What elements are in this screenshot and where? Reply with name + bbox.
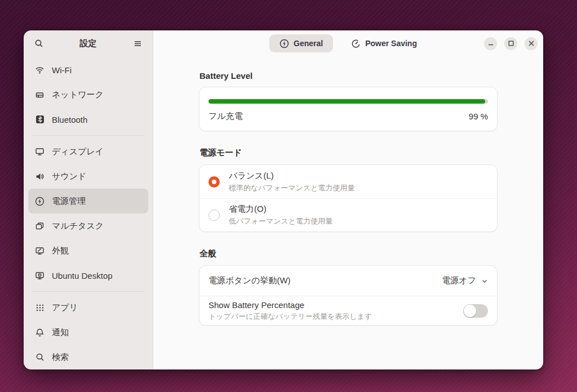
sidebar-item-label: サウンド [52,171,86,182]
sidebar-item-label: ディスプレイ [52,146,104,157]
option-label: バランス(L) [229,171,488,181]
bluetooth-icon [35,115,45,124]
sidebar-item-label: 通知 [52,327,69,338]
sidebar: 設定 Wi-Fi ネットワーク [24,30,153,369]
power-mode-section: 電源モード バランス(L) 標準的なパフォーマンスと電力使用量 省電力(O) [199,148,498,232]
battery-percent-value: 99 % [469,112,488,121]
sidebar-item-bluetooth[interactable]: Bluetooth [28,107,148,132]
settings-window: 設定 Wi-Fi ネットワーク [24,30,543,369]
toggle-knob [464,305,476,317]
sidebar-item-ubuntu-desktop[interactable]: Ubuntu Desktop [28,263,148,288]
wifi-icon [35,65,45,75]
maximize-icon [508,41,514,46]
sidebar-header: 設定 [24,30,153,56]
main-menu-button[interactable] [130,36,145,51]
window-controls [484,30,538,56]
sidebar-item-appearance[interactable]: 外観 [28,238,148,263]
sidebar-item-power[interactable]: 電源管理 [28,189,148,213]
search-icon [35,353,45,362]
battery-progress-track [208,99,488,104]
network-icon [35,90,45,100]
hamburger-menu-icon [134,39,142,48]
appearance-icon [35,246,45,256]
sidebar-item-label: ネットワーク [52,90,104,100]
sidebar-item-label: Ubuntu Desktop [52,271,113,280]
battery-bar-fill [208,99,485,104]
section-title: 全般 [199,248,498,259]
general-card: 電源ボタンの挙動(W) 電源オフ Show Battery Percentage [199,265,498,326]
ubuntu-desktop-icon [35,271,45,280]
power-mode-option-power-saver[interactable]: 省電力(O) 低パフォーマンスと電力使用量 [199,198,497,231]
sidebar-item-label: Bluetooth [52,115,87,124]
search-icon [34,39,43,48]
sidebar-item-label: Wi-Fi [52,65,72,75]
close-icon [529,41,534,46]
view-switcher: General Power Saving [269,34,427,52]
sidebar-item-multitasking[interactable]: マルチタスク [28,213,148,238]
row-label: 電源ボタンの挙動(W) [208,275,442,286]
power-button-behavior-row[interactable]: 電源ボタンの挙動(W) 電源オフ [199,266,497,296]
apps-grid-icon [35,303,45,313]
tab-label: General [294,39,323,48]
maximize-button[interactable] [504,37,517,50]
battery-card: フル充電 99 % [199,87,498,131]
show-battery-percentage-row[interactable]: Show Battery Percentage トップバーに正確なバッテリー残量… [199,296,497,325]
sidebar-item-apps[interactable]: アプリ [28,295,148,320]
minimize-button[interactable] [484,37,497,50]
battery-level-section: Battery Level フル充電 99 % [199,71,498,131]
search-button[interactable] [32,36,46,51]
power-icon [279,39,289,48]
multitask-icon [35,221,45,231]
tab-general[interactable]: General [269,34,333,52]
power-button-behavior-dropdown[interactable]: 電源オフ [442,275,488,286]
battery-percentage-toggle[interactable] [463,304,488,318]
power-mode-option-balanced[interactable]: バランス(L) 標準的なパフォーマンスと電力使用量 [199,165,497,198]
radio-selected[interactable] [208,176,220,188]
row-description: トップバーに正確なバッテリー残量を表示します [208,311,463,322]
sidebar-item-notifications[interactable]: 通知 [28,320,148,345]
section-title: 電源モード [199,148,498,158]
dropdown-value: 電源オフ [442,275,476,286]
general-section: 全般 電源ボタンの挙動(W) 電源オフ [199,248,498,326]
power-settings-content: Battery Level フル充電 99 % 電源モード [153,56,543,326]
sidebar-item-search[interactable]: 検索 [28,345,148,369]
section-title: Battery Level [199,71,498,81]
tab-power-saving[interactable]: Power Saving [341,34,427,52]
minimize-icon [488,41,494,46]
gauge-icon [351,39,361,48]
sidebar-item-sound[interactable]: サウンド [28,164,148,189]
tab-label: Power Saving [365,39,417,48]
power-icon [35,197,45,206]
display-icon [35,147,45,157]
sidebar-item-label: 検索 [52,352,69,363]
power-mode-card: バランス(L) 標準的なパフォーマンスと電力使用量 省電力(O) 低パフォーマン… [199,164,498,232]
option-description: 標準的なパフォーマンスと電力使用量 [229,183,488,193]
sidebar-item-wifi[interactable]: Wi-Fi [28,57,148,82]
sidebar-divider [33,135,144,136]
sidebar-item-label: 外観 [52,246,69,256]
sidebar-item-label: 電源管理 [52,196,86,207]
main-panel: General Power Saving [153,30,543,369]
sidebar-item-label: マルチタスク [52,221,104,231]
row-label: Show Battery Percentage [208,300,463,310]
chevron-down-icon [481,278,488,284]
speaker-icon [35,172,45,181]
sidebar-item-display[interactable]: ディスプレイ [28,139,148,164]
battery-status-row: フル充電 99 % [208,111,488,122]
sidebar-divider [33,291,144,292]
battery-status-label: フル充電 [208,111,243,122]
close-button[interactable] [525,37,538,50]
sidebar-list: Wi-Fi ネットワーク Bluetooth ディスプレイ [24,56,153,369]
bell-icon [35,328,45,337]
sidebar-item-network[interactable]: ネットワーク [28,82,148,107]
option-description: 低パフォーマンスと電力使用量 [229,216,488,226]
headerbar: General Power Saving [153,30,543,56]
option-label: 省電力(O) [229,204,488,215]
sidebar-item-label: アプリ [52,302,78,313]
radio-unselected[interactable] [208,210,220,221]
